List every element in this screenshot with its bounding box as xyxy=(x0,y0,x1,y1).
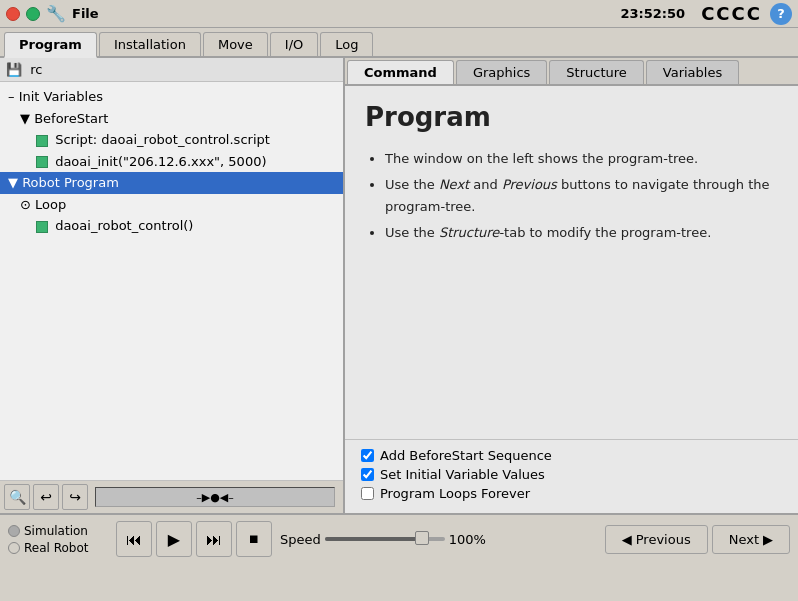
progress-text: –▶●◀– xyxy=(196,491,234,504)
tree-item-robot-program[interactable]: ▼ Robot Program xyxy=(0,172,343,194)
program-heading: Program xyxy=(365,102,778,132)
tab-program[interactable]: Program xyxy=(4,32,97,58)
robot-type-selector: Simulation Real Robot xyxy=(8,524,108,555)
stop-button[interactable]: ⏹ xyxy=(236,521,272,557)
transport-bar: Simulation Real Robot ⏮ ▶ ⏭ ⏹ Speed 100%… xyxy=(0,513,798,563)
add-before-start-checkbox[interactable] xyxy=(361,449,374,462)
real-robot-label: Real Robot xyxy=(24,541,89,555)
next-button[interactable]: Next ▶ xyxy=(712,525,790,554)
tab-variables[interactable]: Variables xyxy=(646,60,739,84)
prev-button-label: Previous xyxy=(636,532,691,547)
app-title: File xyxy=(72,6,620,21)
program-loops-label: Program Loops Forever xyxy=(380,486,530,501)
tree-item-before-start[interactable]: ▼ BeforeStart xyxy=(0,108,343,130)
progress-bar: –▶●◀– xyxy=(95,487,335,507)
speed-slider-track xyxy=(325,537,421,541)
app-logo-icon: 🔧 xyxy=(46,4,66,23)
undo-button[interactable]: ↩ xyxy=(33,484,59,510)
robot-id-display: CCCC xyxy=(701,3,762,24)
simulation-radio[interactable] xyxy=(8,525,20,537)
structure-emphasis: Structure xyxy=(439,225,499,240)
tab-command[interactable]: Command xyxy=(347,60,454,84)
circle-icon: ⊙ xyxy=(20,197,35,212)
speed-control: Speed 100% xyxy=(280,532,605,547)
instruction-item-2: Use the Next and Previous buttons to nav… xyxy=(385,174,778,218)
speed-slider-thumb[interactable] xyxy=(415,531,429,545)
real-robot-radio[interactable] xyxy=(8,542,20,554)
real-robot-option[interactable]: Real Robot xyxy=(8,541,108,555)
left-panel: 💾 rc – Init Variables ▼ BeforeStart Scri… xyxy=(0,58,345,513)
tab-installation[interactable]: Installation xyxy=(99,32,201,56)
dash-icon: – xyxy=(8,89,19,104)
tree-item-script[interactable]: Script: daoai_robot_control.script xyxy=(0,129,343,151)
arrow-down-icon: ▼ xyxy=(20,111,34,126)
program-content-area: Program The window on the left shows the… xyxy=(345,86,798,439)
checkbox-program-loops: Program Loops Forever xyxy=(361,486,782,501)
search-button[interactable]: 🔍 xyxy=(4,484,30,510)
tab-graphics[interactable]: Graphics xyxy=(456,60,547,84)
rewind-button[interactable]: ⏮ xyxy=(116,521,152,557)
instruction-item-1: The window on the left shows the program… xyxy=(385,148,778,170)
next-button-label: Next xyxy=(729,532,759,547)
script-icon xyxy=(36,135,48,147)
tab-io[interactable]: I/O xyxy=(270,32,318,56)
tree-item-init-variables[interactable]: – Init Variables xyxy=(0,86,343,108)
add-before-start-label: Add BeforeStart Sequence xyxy=(380,448,552,463)
tree-item-loop[interactable]: ⊙ Loop xyxy=(0,194,343,216)
next-arrow-icon: ▶ xyxy=(763,532,773,547)
simulation-label: Simulation xyxy=(24,524,88,538)
set-initial-variable-label: Set Initial Variable Values xyxy=(380,467,545,482)
play-button[interactable]: ▶ xyxy=(156,521,192,557)
file-label: rc xyxy=(30,62,42,77)
tab-structure[interactable]: Structure xyxy=(549,60,643,84)
save-icon: 💾 xyxy=(6,62,22,77)
right-panel: Command Graphics Structure Variables Pro… xyxy=(345,58,798,513)
tree-label: daoai_init("206.12.6.xxx", 5000) xyxy=(55,154,266,169)
tree-item-daoai-control[interactable]: daoai_robot_control() xyxy=(0,215,343,237)
checkbox-area: Add BeforeStart Sequence Set Initial Var… xyxy=(345,439,798,513)
left-toolbar: 🔍 ↩ ↪ –▶●◀– xyxy=(0,480,343,513)
checkbox-add-before-start: Add BeforeStart Sequence xyxy=(361,448,782,463)
clock-display: 23:52:50 xyxy=(620,6,685,21)
simulation-option[interactable]: Simulation xyxy=(8,524,108,538)
program-tree: – Init Variables ▼ BeforeStart Script: d… xyxy=(0,82,343,480)
help-button[interactable]: ? xyxy=(770,3,792,25)
arrow-down-icon: ▼ xyxy=(8,175,22,190)
tree-label: Script: daoai_robot_control.script xyxy=(55,132,270,147)
tab-log[interactable]: Log xyxy=(320,32,373,56)
speed-value-display: 100% xyxy=(449,532,489,547)
tree-label: Robot Program xyxy=(22,175,119,190)
main-tab-bar: Program Installation Move I/O Log xyxy=(0,28,798,58)
next-emphasis: Next xyxy=(439,177,469,192)
instruction-item-3: Use the Structure-tab to modify the prog… xyxy=(385,222,778,244)
prev-arrow-icon: ◀ xyxy=(622,532,632,547)
program-loops-checkbox[interactable] xyxy=(361,487,374,500)
previous-button[interactable]: ◀ Previous xyxy=(605,525,708,554)
tree-label: BeforeStart xyxy=(34,111,108,126)
tree-item-daoai-init[interactable]: daoai_init("206.12.6.xxx", 5000) xyxy=(0,151,343,173)
speed-label: Speed xyxy=(280,532,321,547)
tab-move[interactable]: Move xyxy=(203,32,268,56)
speed-slider[interactable] xyxy=(325,537,445,541)
script-icon xyxy=(36,221,48,233)
tree-label: Init Variables xyxy=(19,89,103,104)
playback-controls: ⏮ ▶ ⏭ ⏹ xyxy=(116,521,272,557)
redo-button[interactable]: ↪ xyxy=(62,484,88,510)
nav-buttons: ◀ Previous Next ▶ xyxy=(605,525,790,554)
close-button[interactable] xyxy=(6,7,20,21)
fast-forward-button[interactable]: ⏭ xyxy=(196,521,232,557)
content-area: 💾 rc – Init Variables ▼ BeforeStart Scri… xyxy=(0,58,798,513)
checkbox-set-initial-variable: Set Initial Variable Values xyxy=(361,467,782,482)
tree-label: Loop xyxy=(35,197,66,212)
tree-label: daoai_robot_control() xyxy=(55,218,193,233)
set-initial-variable-checkbox[interactable] xyxy=(361,468,374,481)
left-panel-header: 💾 rc xyxy=(0,58,343,82)
sub-tab-bar: Command Graphics Structure Variables xyxy=(345,58,798,86)
title-bar: 🔧 File 23:52:50 CCCC ? xyxy=(0,0,798,28)
minimize-button[interactable] xyxy=(26,7,40,21)
previous-emphasis: Previous xyxy=(502,177,557,192)
script-icon xyxy=(36,156,48,168)
program-instructions: The window on the left shows the program… xyxy=(365,148,778,244)
